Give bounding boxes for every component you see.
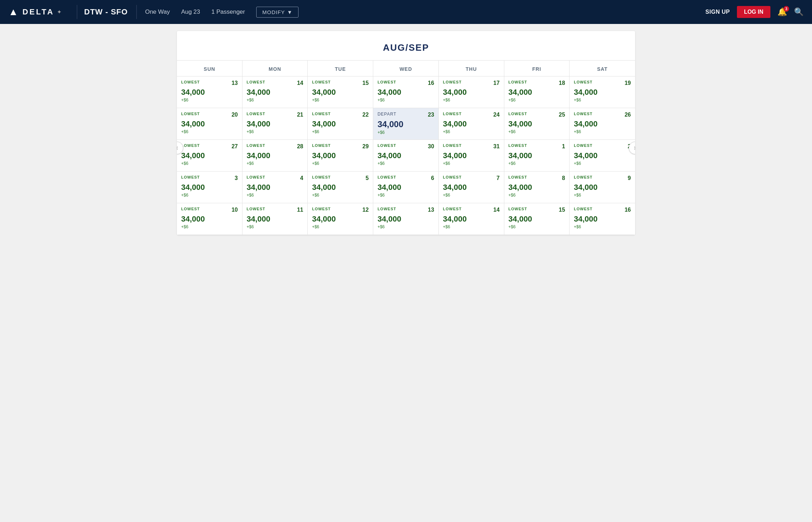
- calendar-cell[interactable]: LOWEST2734,000+$6: [177, 140, 242, 172]
- main-content: AUG/SEP ‹ › SUN MON TUE WED THU FRI SAT …: [0, 24, 812, 242]
- cell-date: 17: [493, 80, 500, 86]
- cell-price: 34,000: [443, 119, 500, 129]
- cell-date: 18: [559, 80, 565, 86]
- cell-label: LOWEST: [312, 143, 331, 148]
- calendar-cell[interactable]: LOWEST2434,000+$6: [439, 108, 504, 140]
- cell-fee: +$6: [181, 224, 238, 229]
- cell-date: 20: [232, 112, 238, 118]
- calendar-cell[interactable]: LOWEST1134,000+$6: [242, 203, 308, 235]
- calendar-cell[interactable]: LOWEST734,000+$6: [439, 172, 504, 203]
- cell-date: 29: [362, 143, 369, 150]
- cell-label: LOWEST: [312, 175, 331, 179]
- cell-label: LOWEST: [574, 112, 592, 116]
- calendar-cell[interactable]: LOWEST134,000+$6: [504, 140, 570, 172]
- cell-price: 34,000: [509, 215, 565, 224]
- cell-label: LOWEST: [443, 175, 462, 179]
- login-button[interactable]: LOG IN: [737, 6, 770, 18]
- calendar-cell[interactable]: LOWEST3034,000+$6: [373, 140, 439, 172]
- cell-label: LOWEST: [181, 112, 200, 116]
- calendar-cell[interactable]: LOWEST1734,000+$6: [439, 76, 504, 108]
- calendar-cell[interactable]: LOWEST2134,000+$6: [242, 108, 308, 140]
- day-header-thu: THU: [439, 61, 504, 76]
- cell-fee: +$6: [377, 193, 434, 198]
- calendar-cell[interactable]: LOWEST434,000+$6: [242, 172, 308, 203]
- cell-label: LOWEST: [247, 112, 265, 116]
- cell-fee: +$6: [443, 193, 500, 198]
- day-header-wed: WED: [373, 61, 439, 76]
- calendar-cell[interactable]: LOWEST2634,000+$6: [570, 108, 635, 140]
- calendar-cell[interactable]: LOWEST1934,000+$6: [570, 76, 635, 108]
- route-display: DTW - SFO: [84, 7, 128, 17]
- cell-price: 34,000: [509, 151, 565, 160]
- calendar-nav: ‹ › SUN MON TUE WED THU FRI SAT LOWEST13…: [177, 61, 635, 235]
- calendar-cell[interactable]: LOWEST934,000+$6: [570, 172, 635, 203]
- calendar-cell[interactable]: LOWEST1034,000+$6: [177, 203, 242, 235]
- cell-date: 5: [365, 175, 369, 181]
- cell-price: 34,000: [574, 215, 631, 224]
- cell-date: 27: [232, 143, 238, 150]
- calendar-cell[interactable]: LOWEST1434,000+$6: [242, 76, 308, 108]
- cell-price: 34,000: [377, 88, 434, 97]
- calendar-cell[interactable]: LOWEST334,000+$6: [177, 172, 242, 203]
- cell-fee: +$6: [181, 129, 238, 134]
- day-header-mon: MON: [242, 61, 308, 76]
- calendar-cell[interactable]: LOWEST3134,000+$6: [439, 140, 504, 172]
- cell-price: 34,000: [443, 215, 500, 224]
- cell-fee: +$6: [443, 161, 500, 166]
- calendar-grid: LOWEST1334,000+$6LOWEST1434,000+$6LOWEST…: [177, 76, 635, 235]
- calendar-cell[interactable]: LOWEST534,000+$6: [308, 172, 373, 203]
- cell-date: 19: [625, 80, 631, 86]
- calendar-cell[interactable]: LOWEST1434,000+$6: [439, 203, 504, 235]
- calendar-cell[interactable]: LOWEST1334,000+$6: [177, 76, 242, 108]
- cell-fee: +$6: [181, 193, 238, 198]
- calendar-cell[interactable]: LOWEST1534,000+$6: [308, 76, 373, 108]
- cell-fee: +$6: [377, 130, 434, 135]
- calendar-cell[interactable]: Depart2334,000+$6: [373, 108, 439, 140]
- calendar-cell[interactable]: LOWEST234,000+$6: [570, 140, 635, 172]
- calendar-cell[interactable]: LOWEST2234,000+$6: [308, 108, 373, 140]
- cell-label: LOWEST: [443, 143, 462, 148]
- signup-button[interactable]: SIGN UP: [706, 9, 730, 15]
- calendar-cell[interactable]: LOWEST1334,000+$6: [373, 203, 439, 235]
- cell-date: 15: [559, 207, 565, 213]
- calendar-cell[interactable]: LOWEST2934,000+$6: [308, 140, 373, 172]
- calendar-cell[interactable]: LOWEST1634,000+$6: [373, 76, 439, 108]
- cell-label: LOWEST: [443, 112, 462, 116]
- day-header-sun: SUN: [177, 61, 242, 76]
- calendar-cell[interactable]: LOWEST1834,000+$6: [504, 76, 570, 108]
- header-divider-1: [77, 5, 77, 19]
- calendar-cell[interactable]: LOWEST2534,000+$6: [504, 108, 570, 140]
- cell-date: 13: [428, 207, 434, 213]
- cell-price: 34,000: [181, 215, 238, 224]
- cell-date: 16: [428, 80, 434, 86]
- calendar-cell[interactable]: LOWEST834,000+$6: [504, 172, 570, 203]
- cell-price: 34,000: [509, 183, 565, 192]
- cell-date: 26: [625, 112, 631, 118]
- calendar-cell[interactable]: LOWEST2034,000+$6: [177, 108, 242, 140]
- cell-price: 34,000: [377, 183, 434, 192]
- cell-fee: +$6: [312, 129, 369, 134]
- cell-fee: +$6: [509, 98, 565, 102]
- cell-date: 6: [431, 175, 434, 181]
- cell-label: LOWEST: [247, 143, 265, 148]
- cell-label: LOWEST: [443, 207, 462, 211]
- cell-price: 34,000: [181, 88, 238, 97]
- notification-button[interactable]: 🔔 3: [777, 7, 787, 17]
- calendar-cell[interactable]: LOWEST1534,000+$6: [504, 203, 570, 235]
- cell-price: 34,000: [574, 183, 631, 192]
- cell-price: 34,000: [312, 88, 369, 97]
- calendar-cell[interactable]: LOWEST1234,000+$6: [308, 203, 373, 235]
- calendar-cell[interactable]: LOWEST2834,000+$6: [242, 140, 308, 172]
- cell-date: 4: [300, 175, 303, 181]
- cell-fee: +$6: [312, 98, 369, 102]
- modify-button[interactable]: MODIFY ▼: [256, 7, 299, 18]
- passenger-count: 1 Passenger: [211, 8, 245, 15]
- calendar-cell[interactable]: LOWEST1634,000+$6: [570, 203, 635, 235]
- calendar-cell[interactable]: LOWEST634,000+$6: [373, 172, 439, 203]
- cell-fee: +$6: [377, 224, 434, 229]
- cell-price: 34,000: [247, 88, 303, 97]
- cell-date: 28: [297, 143, 303, 150]
- cell-date: 31: [493, 143, 500, 150]
- search-button[interactable]: 🔍: [794, 7, 804, 17]
- cell-price: 34,000: [443, 183, 500, 192]
